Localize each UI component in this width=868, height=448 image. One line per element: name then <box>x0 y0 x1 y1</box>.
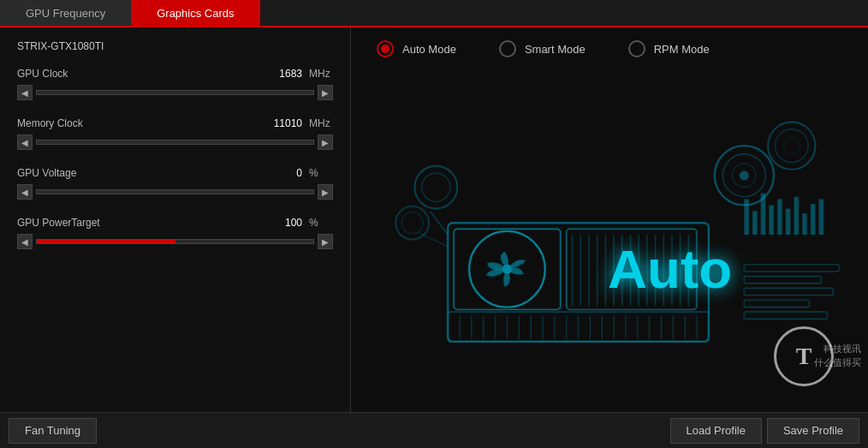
right-panel: Auto Mode Smart Mode RPM Mode <box>351 27 868 412</box>
gpu-clock-unit: MHz <box>309 68 333 80</box>
svg-rect-55 <box>794 197 800 235</box>
save-profile-button[interactable]: Save Profile <box>767 418 859 444</box>
gpu-clock-slider[interactable] <box>36 90 314 95</box>
gpu-clock-value: 1683 <box>259 68 302 80</box>
gpu-voltage-slider[interactable] <box>36 189 314 194</box>
tab-graphics-cards[interactable]: Graphics Cards <box>131 0 259 26</box>
memory-clock-left-arrow[interactable]: ◀ <box>17 134 33 150</box>
svg-point-45 <box>740 170 749 180</box>
svg-point-65 <box>422 173 450 201</box>
watermark-letter: T <box>796 343 812 370</box>
svg-rect-63 <box>744 312 827 319</box>
gpu-clock-group: GPU Clock 1683 MHz ◀ ▶ <box>0 61 350 111</box>
svg-rect-49 <box>744 199 749 235</box>
svg-rect-58 <box>819 199 824 235</box>
gpu-powertarget-right-arrow[interactable]: ▶ <box>318 234 333 249</box>
gpu-visual: Auto T <box>377 66 851 403</box>
gpu-clock-left-arrow[interactable]: ◀ <box>17 85 33 100</box>
svg-rect-59 <box>744 265 839 272</box>
svg-rect-54 <box>786 209 791 235</box>
svg-line-69 <box>418 232 448 247</box>
memory-clock-right-arrow[interactable]: ▶ <box>318 134 333 150</box>
memory-clock-label: Memory Clock <box>17 117 259 129</box>
bottom-right-buttons: Load Profile Save Profile <box>670 418 859 444</box>
site-watermark-text: 科技视讯 什么值得买 <box>814 343 861 369</box>
svg-rect-52 <box>769 205 774 235</box>
gpu-voltage-label: GPU Voltage <box>17 167 259 179</box>
tab-gpu-frequency[interactable]: GPU Frequency <box>0 0 131 26</box>
svg-line-68 <box>430 211 448 235</box>
gpu-powertarget-group: GPU PowerTarget 100 % ◀ ▶ <box>0 210 350 260</box>
memory-clock-unit: MHz <box>309 117 333 129</box>
gpu-voltage-right-arrow[interactable]: ▶ <box>318 184 333 200</box>
mode-rpm[interactable]: RPM Mode <box>628 40 710 57</box>
left-panel: STRIX-GTX1080TI GPU Clock 1683 MHz ◀ ▶ M… <box>0 27 351 412</box>
mode-row: Auto Mode Smart Mode RPM Mode <box>377 40 851 57</box>
device-name: STRIX-GTX1080TI <box>0 36 350 61</box>
gpu-voltage-group: GPU Voltage 0 % ◀ ▶ <box>0 160 350 210</box>
fan-tuning-button[interactable]: Fan Tuning <box>9 418 97 444</box>
svg-rect-53 <box>777 199 782 235</box>
rpm-mode-radio[interactable] <box>628 40 645 57</box>
gpu-voltage-value: 0 <box>259 167 302 179</box>
smart-mode-label: Smart Mode <box>525 43 586 56</box>
gpu-clock-label: GPU Clock <box>17 68 259 80</box>
gpu-powertarget-unit: % <box>309 217 333 229</box>
main-content: STRIX-GTX1080TI GPU Clock 1683 MHz ◀ ▶ M… <box>0 27 868 412</box>
svg-point-47 <box>775 129 808 163</box>
svg-point-48 <box>783 137 800 153</box>
bottom-bar: Fan Tuning Load Profile Save Profile <box>0 412 868 448</box>
svg-rect-51 <box>761 194 766 235</box>
svg-rect-62 <box>744 300 809 307</box>
memory-clock-group: Memory Clock 11010 MHz ◀ ▶ <box>0 111 350 160</box>
svg-rect-61 <box>744 288 833 295</box>
svg-point-64 <box>414 166 457 209</box>
mode-auto[interactable]: Auto Mode <box>377 40 456 57</box>
smart-mode-radio[interactable] <box>499 40 516 57</box>
gpu-powertarget-label: GPU PowerTarget <box>17 217 259 229</box>
gpu-clock-right-arrow[interactable]: ▶ <box>318 85 333 100</box>
memory-clock-value: 11010 <box>259 117 302 129</box>
memory-clock-slider[interactable] <box>36 140 314 145</box>
auto-mode-radio[interactable] <box>377 40 394 57</box>
rpm-mode-label: RPM Mode <box>654 43 710 56</box>
gpu-voltage-left-arrow[interactable]: ◀ <box>17 184 33 200</box>
mode-smart[interactable]: Smart Mode <box>499 40 586 57</box>
gpu-voltage-unit: % <box>309 167 333 179</box>
svg-rect-60 <box>744 276 821 283</box>
load-profile-button[interactable]: Load Profile <box>670 418 762 444</box>
auto-mode-label: Auto Mode <box>402 43 456 56</box>
gpu-powertarget-slider[interactable] <box>36 239 314 244</box>
gpu-powertarget-value: 100 <box>259 217 302 229</box>
svg-rect-57 <box>811 204 816 235</box>
svg-text:Auto: Auto <box>608 238 732 300</box>
svg-point-66 <box>395 206 429 240</box>
svg-rect-50 <box>752 211 758 235</box>
svg-point-67 <box>401 212 423 234</box>
gpu-powertarget-left-arrow[interactable]: ◀ <box>17 234 33 249</box>
svg-rect-56 <box>802 213 807 235</box>
top-tabs: GPU Frequency Graphics Cards <box>0 0 868 27</box>
